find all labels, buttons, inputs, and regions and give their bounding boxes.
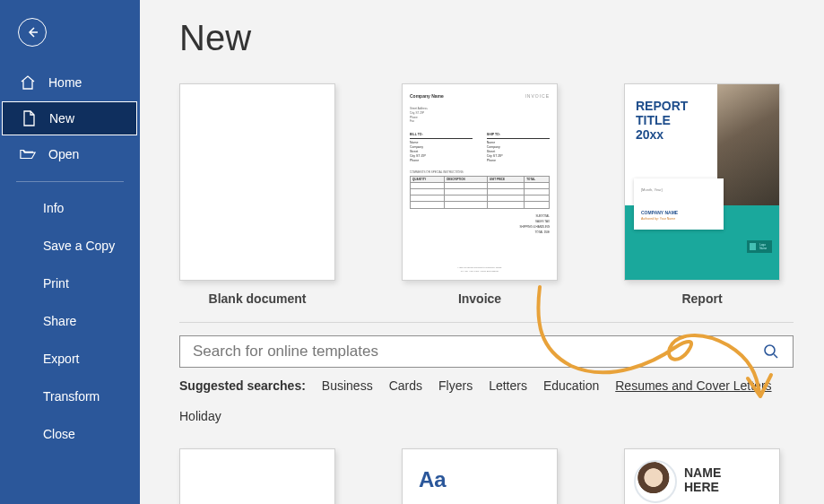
sidebar-item-new[interactable]: New	[2, 101, 137, 135]
template-thumbnail[interactable]	[179, 448, 335, 504]
sidebar-item-share[interactable]: Share	[0, 302, 140, 340]
suggested-label: Suggested searches:	[179, 378, 306, 393]
sidebar-item-info[interactable]: Info	[0, 189, 140, 227]
suggested-searches: Suggested searches: Business Cards Flyer…	[179, 378, 794, 423]
template-label: Blank document	[209, 291, 307, 306]
suggested-link-resumes[interactable]: Resumes and Cover Letters	[615, 378, 771, 393]
template-report[interactable]: REPORT TITLE20xx [Month, Year] COMPANY N…	[624, 83, 780, 306]
sidebar-item-home[interactable]: Home	[0, 65, 140, 100]
template-thumbnail: Company NameINVOICE Street AddressCity, …	[402, 83, 558, 281]
page-title: New	[179, 18, 824, 58]
template-thumbnail: REPORT TITLE20xx [Month, Year] COMPANY N…	[624, 83, 780, 281]
backstage-sidebar: Home New Open Info Save a Copy Print Sha…	[0, 0, 140, 504]
sidebar-item-label: Home	[48, 75, 82, 90]
folder-open-icon	[20, 146, 36, 162]
sidebar-item-print[interactable]: Print	[0, 265, 140, 302]
template-preview-text: NAMEHERE	[684, 449, 721, 503]
template-label: Report	[681, 291, 722, 306]
avatar	[634, 460, 677, 503]
search-icon[interactable]	[762, 343, 780, 361]
sidebar-item-open[interactable]: Open	[0, 136, 140, 172]
home-icon	[20, 74, 36, 91]
template-invoice[interactable]: Company NameINVOICE Street AddressCity, …	[402, 83, 558, 306]
suggested-link-business[interactable]: Business	[322, 378, 373, 393]
sidebar-item-close[interactable]: Close	[0, 415, 140, 453]
template-thumbnail	[179, 83, 335, 281]
sidebar-item-export[interactable]: Export	[0, 340, 140, 378]
template-blank-document[interactable]: Blank document	[179, 83, 335, 306]
back-button[interactable]	[18, 18, 47, 47]
template-preview-text: Aa	[403, 449, 557, 492]
template-row-2: Aa NAMEHERE	[179, 448, 824, 504]
suggested-link-flyers[interactable]: Flyers	[438, 378, 473, 393]
document-icon	[21, 110, 37, 126]
template-thumbnail[interactable]: NAMEHERE	[624, 448, 780, 504]
template-label: Invoice	[458, 291, 501, 306]
search-container: Suggested searches: Business Cards Flyer…	[179, 335, 794, 423]
suggested-link-education[interactable]: Education	[543, 378, 599, 393]
sidebar-item-label: New	[49, 111, 74, 126]
arrow-left-icon	[25, 25, 39, 39]
suggested-link-holiday[interactable]: Holiday	[179, 409, 221, 423]
featured-templates: Blank document Company NameINVOICE Stree…	[179, 83, 794, 323]
suggested-link-letters[interactable]: Letters	[489, 378, 527, 393]
sidebar-item-save-a-copy[interactable]: Save a Copy	[0, 227, 140, 265]
main-panel: New Blank document Company NameINVOICE S…	[140, 0, 824, 504]
search-input[interactable]	[193, 343, 762, 361]
sidebar-item-transform[interactable]: Transform	[0, 378, 140, 415]
search-box[interactable]	[179, 335, 794, 368]
sidebar-item-label: Open	[48, 147, 79, 161]
template-thumbnail[interactable]: Aa	[402, 448, 558, 504]
sidebar-divider	[16, 181, 124, 182]
svg-point-0	[765, 345, 775, 355]
suggested-link-cards[interactable]: Cards	[389, 378, 422, 393]
